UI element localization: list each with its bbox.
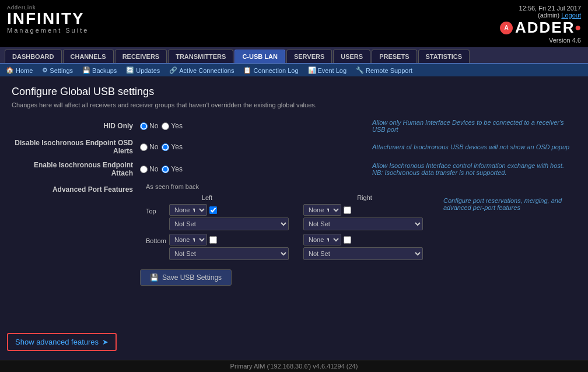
subnav-backups[interactable]: 💾 Backups — [82, 66, 117, 74]
bottom-left-cell: None ▼ Not Set — [169, 234, 292, 260]
tab-transmitters[interactable]: TRANSMITTERS — [168, 50, 233, 63]
tab-users[interactable]: USERS — [333, 50, 370, 63]
tab-presets[interactable]: PRESETS — [372, 50, 416, 63]
event-icon: 📊 — [308, 66, 316, 74]
top-right-select2[interactable]: Not Set — [303, 217, 423, 230]
top-right-select1[interactable]: None ▼ — [303, 204, 341, 216]
top-right-cell: None ▼ Not Set — [303, 204, 426, 230]
version-text: Version 4.6 — [549, 37, 581, 44]
tab-dashboard[interactable]: DASHBOARD — [5, 50, 62, 63]
header-right: 12:56, Fri 21 Jul 2017 (admin) Logout A … — [500, 5, 581, 44]
connection-icon: 🔗 — [169, 66, 177, 74]
bottom-right-cell: None ▼ Not Set — [303, 234, 426, 260]
top-left-checkbox[interactable] — [209, 206, 217, 214]
tab-servers[interactable]: SERVERS — [286, 50, 332, 63]
hid-only-desc: Allow only Human Interface Devices to be… — [355, 119, 576, 133]
disable-iso-desc: Attachment of Isochronous USB devices wi… — [355, 143, 576, 150]
enable-iso-yes-radio[interactable] — [162, 166, 169, 173]
left-col-header: Left — [202, 194, 212, 201]
page-subtitle: Changes here will affect all receivers a… — [12, 101, 576, 108]
hid-only-controls: No Yes — [140, 122, 355, 130]
footer-text: Primary AIM ('192.168.30.6') v4.6.41294 … — [230, 363, 358, 370]
header: AdderLink INFINITY Management Suite 12:5… — [0, 0, 588, 47]
advanced-port-features-section: Advanced Port Features As seen from back… — [12, 183, 576, 260]
log-icon: 📋 — [243, 66, 251, 74]
footer: Primary AIM ('192.168.30.6') v4.6.41294 … — [0, 360, 588, 372]
hid-only-yes-label[interactable]: Yes — [162, 122, 183, 130]
as-seen-label: As seen from back — [146, 183, 426, 190]
top-port-row: Top None ▼ Not Set — [146, 204, 426, 230]
top-row-label: Top — [146, 204, 169, 215]
admin-text: (admin) — [538, 12, 559, 19]
save-btn-row: 💾 Save USB Settings — [140, 269, 576, 286]
disable-iso-radio-group: No Yes — [140, 143, 183, 151]
hid-only-radio-group: No Yes — [140, 122, 183, 130]
enable-iso-label: Enable Isochronous Endpoint Attach — [12, 161, 140, 177]
hid-only-label: HID Only — [12, 122, 140, 130]
sub-nav: 🏠 Home ⚙ Settings 💾 Backups 🔄 Updates 🔗 … — [0, 64, 588, 76]
save-btn-label: Save USB Settings — [162, 273, 222, 282]
enable-iso-controls: No Yes — [140, 165, 355, 173]
nav-tabs: DASHBOARD CHANNELS RECEIVERS TRANSMITTER… — [0, 47, 588, 64]
bottom-right-select1[interactable]: None ▼ — [303, 234, 341, 245]
datetime: 12:56, Fri 21 Jul 2017 — [519, 5, 581, 12]
setting-hid-only: HID Only No Yes Allow only Human Interfa… — [12, 119, 576, 133]
page-title: Configure Global USB settings — [12, 86, 576, 98]
right-col-header: Right — [357, 194, 372, 201]
save-usb-settings-button[interactable]: 💾 Save USB Settings — [140, 269, 232, 286]
support-icon: 🔧 — [356, 66, 364, 74]
disable-iso-no-radio[interactable] — [140, 143, 148, 151]
show-advanced-button[interactable]: Show advanced features ➤ — [7, 333, 117, 351]
subnav-event-log[interactable]: 📊 Event Log — [308, 66, 347, 74]
enable-iso-radio-group: No Yes — [140, 165, 183, 173]
hid-only-yes-radio[interactable] — [162, 122, 169, 130]
adv-features-label: Advanced Port Features — [12, 183, 140, 260]
adv-features-desc: Configure port reservations, merging, an… — [426, 183, 576, 260]
disable-iso-yes-label[interactable]: Yes — [162, 143, 183, 151]
disable-iso-no-label[interactable]: No — [140, 143, 158, 151]
subnav-remote-support[interactable]: 🔧 Remote Support — [356, 66, 412, 74]
subnav-updates[interactable]: 🔄 Updates — [126, 66, 160, 74]
setting-enable-iso: Enable Isochronous Endpoint Attach No Ye… — [12, 161, 576, 177]
top-left-select1[interactable]: None ▼ — [169, 204, 207, 216]
disable-iso-yes-radio[interactable] — [162, 143, 169, 151]
arrow-right-icon: ➤ — [102, 338, 108, 346]
bottom-left-checkbox[interactable] — [209, 236, 217, 244]
adder-icon: A — [500, 22, 513, 34]
show-adv-label: Show advanced features — [15, 338, 99, 346]
enable-iso-no-radio[interactable] — [140, 166, 148, 173]
enable-iso-no-label[interactable]: No — [140, 165, 158, 173]
subnav-home[interactable]: 🏠 Home — [6, 66, 33, 74]
home-icon: 🏠 — [6, 66, 14, 74]
disable-iso-controls: No Yes — [140, 143, 355, 151]
main-content: Configure Global USB settings Changes he… — [0, 76, 588, 295]
hid-only-no-radio[interactable] — [140, 122, 148, 130]
adder-logo: A ADDER• — [500, 19, 581, 37]
bottom-right-checkbox[interactable] — [344, 236, 351, 244]
top-right-checkbox[interactable] — [344, 206, 351, 214]
tab-statistics[interactable]: STATISTICS — [418, 50, 470, 63]
tab-c-usb-lan[interactable]: C-USB LAN — [235, 50, 285, 63]
hid-only-no-label[interactable]: No — [140, 122, 158, 130]
update-icon: 🔄 — [126, 66, 134, 74]
subnav-connection-log[interactable]: 📋 Connection Log — [243, 66, 298, 74]
subnav-active-connections[interactable]: 🔗 Active Connections — [169, 66, 234, 74]
bottom-left-select1[interactable]: None ▼ — [169, 234, 207, 245]
subnav-settings[interactable]: ⚙ Settings — [42, 66, 73, 74]
top-left-select2[interactable]: Not Set — [169, 217, 289, 230]
bottom-port-row: Bottom None ▼ Not Set — [146, 234, 426, 260]
tab-receivers[interactable]: RECEIVERS — [115, 50, 167, 63]
bottom-left-select2[interactable]: Not Set — [169, 247, 289, 260]
save-icon: 💾 — [150, 273, 159, 282]
tab-channels[interactable]: CHANNELS — [63, 50, 114, 63]
adder-dot: • — [575, 19, 581, 37]
enable-iso-desc: Allow Isochronous Interface control info… — [355, 162, 576, 176]
show-advanced-row: Show advanced features ➤ — [0, 329, 588, 355]
backup-icon: 💾 — [82, 66, 90, 74]
enable-iso-yes-label[interactable]: Yes — [162, 165, 183, 173]
brand-area: AdderLink INFINITY Management Suite — [7, 5, 89, 34]
brand-suite: Management Suite — [7, 27, 89, 34]
bottom-right-select2[interactable]: Not Set — [303, 247, 423, 260]
disable-iso-label: Disable Isochronous Endpoint OSD Alerts — [12, 139, 140, 155]
adv-features-content: As seen from back Left Right Top — [140, 183, 426, 260]
